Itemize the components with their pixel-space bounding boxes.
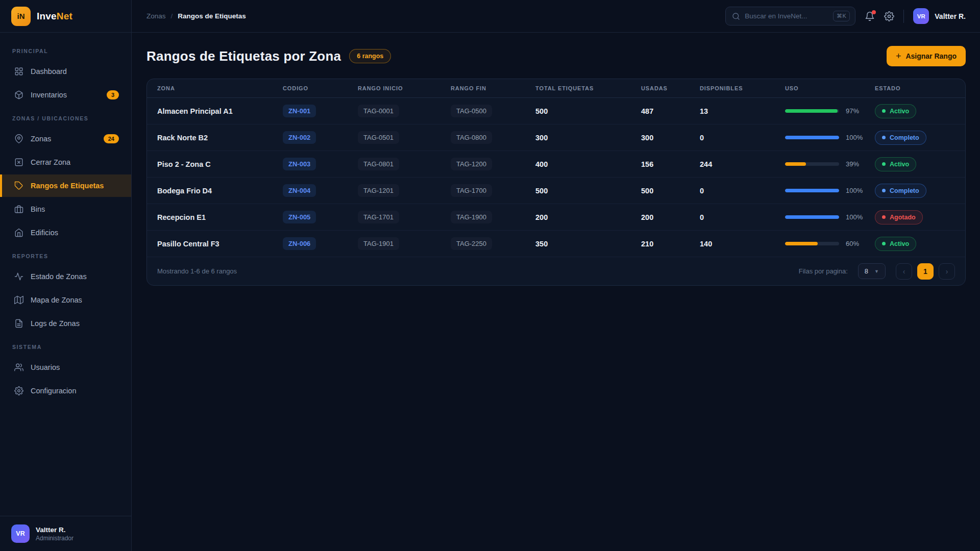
range-start-chip: TAG-0501: [358, 131, 399, 144]
table-row[interactable]: Bodega Frio D4 ZN-004 TAG-1201 TAG-1700 …: [147, 178, 965, 204]
sidebar-item-cerrar-zona[interactable]: Cerrar Zona: [0, 151, 131, 173]
gear-icon: [884, 11, 894, 21]
status-dot-icon: [882, 136, 886, 139]
sidebar-item-label: Inventarios: [31, 91, 67, 99]
assign-range-button[interactable]: + Asignar Rango: [887, 46, 966, 66]
search-icon: [732, 12, 740, 20]
usage-percent: 100%: [846, 187, 863, 194]
sidebar-item-configuracion[interactable]: Configuracion: [0, 380, 131, 402]
map-pin-icon: [14, 134, 23, 143]
app-logo[interactable]: iN: [11, 7, 31, 26]
usage-bar: [785, 136, 839, 139]
brand-name: InveNet: [37, 11, 72, 22]
range-end-chip: TAG-1200: [451, 158, 492, 170]
table-row[interactable]: Almacen Principal A1 ZN-001 TAG-0001 TAG…: [147, 98, 965, 124]
sidebar-item-mapa-de-zonas[interactable]: Mapa de Zonas: [0, 289, 131, 311]
column-header-codigo: Codigo: [283, 85, 358, 91]
usage-bar: [785, 242, 839, 245]
zone-code-chip: ZN-004: [283, 184, 316, 197]
rows-per-page-select[interactable]: 8 ▼: [858, 263, 886, 279]
sidebar-item-estado-de-zonas[interactable]: Estado de Zonas: [0, 265, 131, 288]
zone-code-chip: ZN-005: [283, 211, 316, 223]
table-row[interactable]: Piso 2 - Zona C ZN-003 TAG-0801 TAG-1200…: [147, 151, 965, 178]
zonas-count-badge: 24: [104, 134, 119, 143]
table-row[interactable]: Recepcion E1 ZN-005 TAG-1701 TAG-1900 20…: [147, 204, 965, 231]
sidebar-item-edificios[interactable]: Edificios: [0, 221, 131, 244]
range-start-chip: TAG-0001: [358, 105, 399, 117]
sidebar-item-dashboard[interactable]: Dashboard: [0, 60, 131, 83]
pagination: ‹ 1 ›: [896, 263, 955, 280]
page-1-button[interactable]: 1: [917, 263, 934, 280]
search-input[interactable]: [745, 12, 828, 20]
next-page-button[interactable]: ›: [939, 263, 955, 280]
available-tags: 0: [700, 134, 785, 142]
inventarios-count-badge: 3: [107, 90, 119, 99]
used-tags: 156: [641, 160, 700, 168]
used-tags: 200: [641, 213, 700, 221]
rows-per-page-label: Filas por pagina:: [799, 267, 848, 275]
notifications-button[interactable]: [865, 11, 875, 21]
usage-bar: [785, 189, 839, 192]
table-header-row: Zona Codigo Rango Inicio Rango Fin Total…: [147, 79, 965, 98]
column-header-uso: Uso: [785, 85, 875, 91]
topbar-divider: [903, 10, 904, 23]
status-badge: Completo: [875, 184, 926, 198]
gear-icon: [14, 386, 23, 395]
sidebar-item-label: Logs de Zonas: [31, 319, 80, 328]
sidebar-item-label: Configuracion: [31, 387, 76, 395]
range-end-chip: TAG-1900: [451, 211, 492, 223]
column-header-rango-fin: Rango Fin: [451, 85, 535, 91]
previous-page-button[interactable]: ‹: [896, 263, 912, 280]
status-badge: Agotado: [875, 210, 923, 224]
showing-count-label: Mostrando 1-6 de 6 rangos: [157, 267, 237, 275]
nav-section-reportes: REPORTES: [0, 245, 131, 264]
zone-code-chip: ZN-002: [283, 131, 316, 144]
available-tags: 0: [700, 213, 785, 221]
sidebar-item-label: Mapa de Zonas: [31, 296, 82, 304]
status-dot-icon: [882, 109, 886, 113]
column-header-rango-inicio: Rango Inicio: [358, 85, 451, 91]
sidebar-item-zonas[interactable]: Zonas 24: [0, 128, 131, 150]
sidebar-item-logs-de-zonas[interactable]: Logs de Zonas: [0, 312, 131, 335]
sidebar-item-usuarios[interactable]: Usuarios: [0, 356, 131, 379]
brand-header: iN InveNet: [0, 0, 131, 33]
used-tags: 500: [641, 187, 700, 195]
chevron-down-icon: ▼: [874, 269, 879, 274]
plus-icon: +: [896, 52, 901, 61]
range-end-chip: TAG-0800: [451, 131, 492, 144]
zone-name: Piso 2 - Zona C: [157, 160, 283, 168]
sidebar-item-inventarios[interactable]: Inventarios 3: [0, 84, 131, 106]
sidebar-user-panel[interactable]: VR Valtter R. Administrador: [0, 516, 131, 551]
sidebar-item-rangos-de-etiquetas[interactable]: Rangos de Etiquetas: [0, 174, 131, 197]
usage-percent: 39%: [846, 160, 859, 168]
tag-icon: [14, 181, 23, 190]
sidebar-item-bins[interactable]: Bins: [0, 198, 131, 220]
global-search[interactable]: ⌘K: [725, 7, 855, 26]
dashboard-grid-icon: [14, 67, 23, 76]
settings-button[interactable]: [884, 11, 894, 21]
usage-percent: 100%: [846, 134, 863, 141]
zone-name: Recepcion E1: [157, 213, 283, 221]
available-tags: 244: [700, 160, 785, 168]
total-tags: 500: [535, 187, 641, 195]
table-row[interactable]: Pasillo Central F3 ZN-006 TAG-1901 TAG-2…: [147, 231, 965, 257]
activity-icon: [14, 272, 23, 281]
column-header-estado: Estado: [875, 85, 955, 91]
zone-code-chip: ZN-001: [283, 105, 316, 117]
nav-section-principal: PRINCIPAL: [0, 40, 131, 59]
breadcrumb-separator: /: [171, 12, 173, 20]
breadcrumb-zonas[interactable]: Zonas: [146, 12, 166, 20]
usage-bar: [785, 162, 839, 166]
sidebar: iN InveNet PRINCIPAL Dashboard Inventari…: [0, 0, 132, 551]
sidebar-item-label: Bins: [31, 205, 45, 213]
topbar-user-menu[interactable]: VR Valtter R.: [913, 8, 966, 24]
notification-dot: [872, 10, 876, 14]
status-badge: Activo: [875, 104, 916, 118]
sidebar-item-label: Zonas: [31, 135, 51, 143]
range-start-chip: TAG-1701: [358, 211, 399, 223]
nav-section-zonas: ZONAS / UBICACIONES: [0, 107, 131, 127]
range-start-chip: TAG-1201: [358, 184, 399, 197]
user-role: Administrador: [36, 535, 74, 542]
available-tags: 13: [700, 107, 785, 115]
table-row[interactable]: Rack Norte B2 ZN-002 TAG-0501 TAG-0800 3…: [147, 124, 965, 151]
